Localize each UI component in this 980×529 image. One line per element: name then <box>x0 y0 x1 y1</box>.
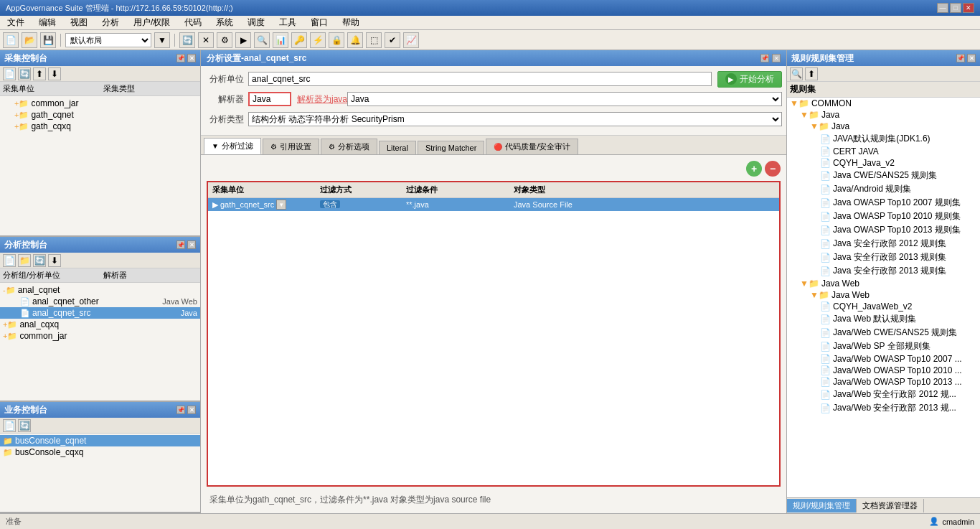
maximize-button[interactable]: □ <box>950 3 961 13</box>
rule-item-security2012[interactable]: 📄 Java 安全行政部 2012 规则集 <box>787 237 980 251</box>
ruleset-pin-btn[interactable]: 📌 <box>956 54 965 62</box>
coll-btn-4[interactable]: ⬇ <box>48 67 61 80</box>
bus-item-busConsole_cqnet[interactable]: 📁 busConsole_cqnet <box>0 435 200 446</box>
anal-btn-1[interactable]: 📄 <box>3 254 16 267</box>
layout-selector[interactable]: 默认布局 <box>65 33 151 47</box>
filter-row[interactable]: ▶ gath_cqnet_src ▼ 包含 **.java Java Sourc… <box>208 198 779 211</box>
rule-item-cwe-sans25[interactable]: 📄 Java CWE/SANS25 规则集 <box>787 169 980 182</box>
bus-btn-1[interactable]: 📄 <box>3 419 16 432</box>
menu-help[interactable]: 帮助 <box>338 16 364 29</box>
rule-item-javaweb-group[interactable]: ▼📁 Java Web <box>787 278 980 289</box>
rule-item-jdk16[interactable]: 📄 JAVA默认规则集(JDK1.6) <box>787 132 980 146</box>
parser-input[interactable] <box>248 92 291 106</box>
dialog-close-btn[interactable]: ✕ <box>772 54 781 62</box>
bottom-tab-docs[interactable]: 文档资源管理器 <box>857 499 924 512</box>
menu-tools[interactable]: 工具 <box>275 16 301 29</box>
unit-input[interactable] <box>248 72 712 86</box>
start-analysis-button[interactable]: ▶ 开始分析 <box>717 71 782 88</box>
rule-item-javaweb-default[interactable]: 📄 Java Web 默认规则集 <box>787 312 980 326</box>
remove-filter-button[interactable]: − <box>765 161 781 177</box>
tab-string-matcher[interactable]: String Matcher <box>418 141 485 154</box>
tab-code-quality[interactable]: 🔴 代码质量/安全审计 <box>486 139 578 154</box>
toolbar-btn-10[interactable]: 📊 <box>273 32 288 48</box>
rule-item-android[interactable]: 📄 Java/Android 规则集 <box>787 182 980 196</box>
toolbar-btn-6[interactable]: ✕ <box>198 32 214 48</box>
dialog-pin-btn[interactable]: 📌 <box>760 54 769 62</box>
type-select[interactable]: 结构分析 动态字符串分析 SecurityPrism <box>248 112 782 126</box>
bus-btn-2[interactable]: 🔄 <box>18 419 31 432</box>
tab-reference[interactable]: ⚙ 引用设置 <box>263 139 319 154</box>
bottom-tab-ruleset[interactable]: 规则/规则集管理 <box>787 499 857 512</box>
menu-file[interactable]: 文件 <box>3 16 29 29</box>
anal-btn-3[interactable]: 🔄 <box>33 254 46 267</box>
rule-item-cqyh-javaweb[interactable]: 📄 CQYH_JavaWeb_v2 <box>787 301 980 312</box>
coll-btn-2[interactable]: 🔄 <box>18 67 31 80</box>
tab-options[interactable]: ⚙ 分析选项 <box>321 139 377 154</box>
row-select-arrow[interactable]: ▼ <box>276 200 286 210</box>
toolbar-btn-8[interactable]: ▶ <box>235 32 251 48</box>
business-pin-btn[interactable]: 📌 <box>176 406 185 414</box>
ruleset-btn-2[interactable]: ⬆ <box>805 67 818 80</box>
toolbar-btn-16[interactable]: ✔ <box>385 32 400 48</box>
menu-schedule[interactable]: 调度 <box>243 16 269 29</box>
toolbar-btn-15[interactable]: ⬚ <box>366 32 382 48</box>
rule-item-javaweb-owasp2010[interactable]: 📄 Java/Web OWASP Top10 2010 ... <box>787 365 980 376</box>
menu-code[interactable]: 代码 <box>180 16 206 29</box>
analysis-close-btn[interactable]: ✕ <box>187 240 196 249</box>
rule-item-java-folder[interactable]: ▼📁 Java <box>787 121 980 132</box>
rule-item-javaweb-folder[interactable]: ▼📁 Java Web <box>787 289 980 301</box>
rule-item-common[interactable]: ▼📁 COMMON <box>787 98 980 109</box>
menu-window[interactable]: 窗口 <box>306 16 332 29</box>
parser-select[interactable]: Java <box>347 92 782 106</box>
anal-btn-2[interactable]: 📁 <box>18 254 31 267</box>
toolbar-btn-12[interactable]: ⚡ <box>310 32 326 48</box>
menu-edit[interactable]: 编辑 <box>34 16 60 29</box>
rule-item-owasp2013[interactable]: 📄 Java OWASP Top10 2013 规则集 <box>787 223 980 237</box>
menu-user[interactable]: 用户/权限 <box>129 16 174 29</box>
rule-item-owasp2010[interactable]: 📄 Java OWASP Top10 2010 规则集 <box>787 210 980 223</box>
toolbar-btn-4[interactable]: ▼ <box>154 32 170 48</box>
rule-item-javaweb-security2012[interactable]: 📄 Java/Web 安全行政部 2012 规... <box>787 388 980 401</box>
coll-item-common_jar[interactable]: +📁 common_jar <box>0 98 200 109</box>
anal-item-anal_cqnet[interactable]: -📁 anal_cqnet <box>0 284 200 296</box>
tab-filter[interactable]: ▼ 分析过滤 <box>204 138 261 154</box>
collection-close-btn[interactable]: ✕ <box>187 54 196 62</box>
business-close-btn[interactable]: ✕ <box>187 406 196 414</box>
coll-item-gath_cqnet[interactable]: +📁 gath_cqnet <box>0 109 200 121</box>
close-button[interactable]: ✕ <box>963 3 974 13</box>
parser-link[interactable]: 解析器为java <box>297 93 347 106</box>
anal-item-anal_cqxq[interactable]: +📁 anal_cqxq <box>0 319 200 330</box>
toolbar-btn-17[interactable]: 📈 <box>403 32 419 48</box>
coll-btn-3[interactable]: ⬆ <box>33 67 46 80</box>
toolbar-btn-7[interactable]: ⚙ <box>217 32 232 48</box>
anal-item-anal_cqnet_src[interactable]: 📄 anal_cqnet_src Java <box>0 307 200 319</box>
menu-analysis[interactable]: 分析 <box>98 16 123 29</box>
toolbar-btn-14[interactable]: 🔔 <box>347 32 363 48</box>
rule-item-java-group[interactable]: ▼📁 Java <box>787 109 980 121</box>
ruleset-btn-1[interactable]: 🔍 <box>790 67 803 80</box>
rule-item-javaweb-cwe[interactable]: 📄 Java/Web CWE/SANS25 规则集 <box>787 326 980 340</box>
tab-literal[interactable]: Literal <box>379 141 416 154</box>
toolbar-btn-2[interactable]: 📂 <box>22 32 37 48</box>
coll-btn-1[interactable]: 📄 <box>3 67 16 80</box>
collection-pin-btn[interactable]: 📌 <box>176 54 185 62</box>
toolbar-btn-9[interactable]: 🔍 <box>254 32 270 48</box>
menu-view[interactable]: 视图 <box>66 16 92 29</box>
rule-item-cqyh-java[interactable]: 📄 CQYH_Java_v2 <box>787 157 980 169</box>
rule-item-cert-java[interactable]: 📄 CERT JAVA <box>787 146 980 157</box>
rule-item-javaweb-security2013[interactable]: 📄 Java/Web 安全行政部 2013 规... <box>787 401 980 415</box>
add-filter-button[interactable]: + <box>746 161 762 177</box>
analysis-pin-btn[interactable]: 📌 <box>176 240 185 249</box>
rule-item-security2013a[interactable]: 📄 Java 安全行政部 2013 规则集 <box>787 251 980 264</box>
toolbar-btn-1[interactable]: 📄 <box>3 32 19 48</box>
ruleset-close-btn[interactable]: ✕ <box>967 54 976 62</box>
bus-item-busConsole_cqxq[interactable]: 📁 busConsole_cqxq <box>0 446 200 458</box>
anal-item-anal_cqnet_other[interactable]: 📄 anal_cqnet_other Java Web <box>0 296 200 307</box>
anal-btn-4[interactable]: ⬇ <box>48 254 61 267</box>
toolbar-btn-11[interactable]: 🔑 <box>291 32 307 48</box>
rule-item-security2013b[interactable]: 📄 Java 安全行政部 2013 规则集 <box>787 264 980 278</box>
rule-item-javaweb-owasp2013[interactable]: 📄 Java/Web OWASP Top10 2013 ... <box>787 376 980 388</box>
rule-item-javaweb-owasp2007[interactable]: 📄 Java/Web OWASP Top10 2007 ... <box>787 353 980 365</box>
menu-system[interactable]: 系统 <box>212 16 237 29</box>
rule-item-owasp2007[interactable]: 📄 Java OWASP Top10 2007 规则集 <box>787 196 980 210</box>
